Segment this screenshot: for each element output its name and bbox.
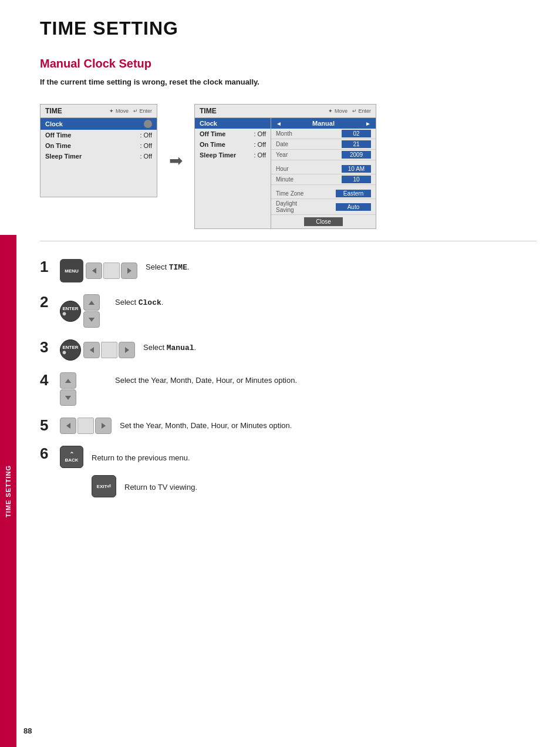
step-5-text: Set the Year, Month, Date, Hour, or Minu… — [120, 418, 292, 432]
right-panel: ◄ Manual ► Month 02 Date 21 Year — [271, 118, 376, 228]
step-5: 5 Set the Year, Month, Date, Hour, or Mi… — [40, 418, 537, 434]
left-menu-title: TIME — [45, 107, 62, 115]
center-btn — [103, 263, 120, 279]
right-menu-box: TIME ✦ Move ↵ Enter Clock Off Time : Off — [194, 104, 376, 229]
step-6-combo: ⌃ BACK Return to the previous menu. EXIT… — [60, 446, 197, 497]
exit-button[interactable]: EXIT⏎ — [92, 475, 116, 497]
field-timezone: Time Zone Eastern — [271, 189, 376, 199]
right-arrow-btn-3[interactable] — [119, 342, 135, 358]
menu-row-clock: Clock — [41, 118, 157, 130]
step-2-buttons: ENTER⊛ — [60, 294, 107, 328]
updown-group-4 — [60, 372, 76, 406]
right-menu-nav: ✦ Move ↵ Enter — [328, 108, 371, 114]
section-title: Manual Clock Setup — [40, 57, 537, 70]
field-month: Month 02 — [271, 129, 376, 139]
step-4: 4 Select the Year, Month, Date, Hour, or… — [40, 372, 537, 406]
field-minute: Minute 10 — [271, 174, 376, 185]
step-2: 2 ENTER⊛ Select Clock. — [40, 294, 537, 328]
enter-button-3[interactable]: ENTER⊛ — [60, 339, 81, 361]
step-2-text: Select Clock. — [115, 294, 163, 309]
step-1-buttons: MENU — [60, 259, 137, 282]
nav-lr-group-3 — [83, 342, 135, 358]
step-4-buttons — [60, 372, 107, 406]
left-menu-nav: ✦ Move ↵ Enter — [109, 108, 152, 114]
nav-lr-group-1 — [86, 263, 137, 279]
step-1: 1 MENU Select TIME. — [40, 259, 537, 282]
up-arrow-btn-4[interactable] — [60, 372, 76, 389]
field-daylight: DaylightSaving Auto — [271, 199, 376, 215]
menu-row-ontime: On Time : Off — [41, 140, 157, 151]
left-arrow-btn-5[interactable] — [60, 418, 76, 434]
step-6-exit-text: Return to TV viewing. — [124, 479, 197, 493]
screenshots-area: TIME ✦ Move ↵ Enter Clock Off Time : Off… — [40, 104, 537, 241]
left-panel: Clock Off Time : Off On Time : Off Sleep… — [195, 118, 271, 228]
back-button[interactable]: ⌃ BACK — [60, 446, 83, 468]
down-arrow-btn[interactable] — [83, 311, 100, 328]
step-6-back-text: Return to the previous menu. — [92, 450, 190, 464]
close-row: Close — [271, 215, 376, 228]
center-btn-3 — [101, 342, 117, 358]
step-4-text: Select the Year, Month, Date, Hour, or M… — [115, 372, 297, 386]
page-title: TIME SETTING — [40, 18, 537, 39]
right-arrow-btn[interactable] — [121, 263, 137, 279]
step-6: 6 ⌃ BACK Return to the previous menu. EX… — [40, 446, 537, 497]
left-arrow-btn-3[interactable] — [83, 342, 100, 358]
menu-row-offtime: Off Time : Off — [41, 130, 157, 140]
step-5-buttons — [60, 418, 112, 434]
up-arrow-btn[interactable] — [83, 294, 100, 311]
arrow: ➡ — [169, 151, 183, 170]
right-menu-title: TIME — [200, 107, 217, 115]
step-3: 3 ENTER⊛ Select Manual. — [40, 339, 537, 361]
steps-section: 1 MENU Select TIME. 2 ENTER⊛ Se — [40, 259, 537, 497]
right-menu-offtime: Off Time : Off — [195, 129, 271, 139]
step-3-buttons: ENTER⊛ — [60, 339, 135, 361]
down-arrow-btn-4[interactable] — [60, 389, 76, 406]
sidebar-label: TIME SETTING — [0, 235, 16, 747]
gear-icon — [144, 120, 152, 128]
field-year: Year 2009 — [271, 150, 376, 160]
right-arrow-btn-5[interactable] — [95, 418, 112, 434]
expanded-panels: Clock Off Time : Off On Time : Off Sleep… — [195, 118, 376, 228]
intro-text: If the current time setting is wrong, re… — [40, 78, 537, 86]
updown-group-2 — [83, 294, 100, 328]
manual-nav-row: ◄ Manual ► — [271, 118, 376, 129]
left-menu-box: TIME ✦ Move ↵ Enter Clock Off Time : Off… — [40, 104, 157, 197]
step-3-text: Select Manual. — [143, 339, 196, 354]
right-menu-clock: Clock — [195, 118, 271, 129]
step-1-text: Select TIME. — [146, 259, 190, 274]
center-btn-5 — [77, 418, 94, 434]
left-arrow-btn[interactable] — [86, 263, 102, 279]
enter-button-2[interactable]: ENTER⊛ — [60, 301, 81, 322]
right-menu-sleep: Sleep Timer : Off — [195, 150, 271, 160]
right-menu-ontime: On Time : Off — [195, 139, 271, 150]
nav-lr-group-5 — [60, 418, 112, 434]
menu-button[interactable]: MENU — [60, 259, 83, 282]
field-hour: Hour 10 AM — [271, 164, 376, 174]
page-number: 88 — [23, 726, 32, 735]
menu-row-sleep: Sleep Timer : Off — [41, 151, 157, 161]
field-date: Date 21 — [271, 139, 376, 150]
